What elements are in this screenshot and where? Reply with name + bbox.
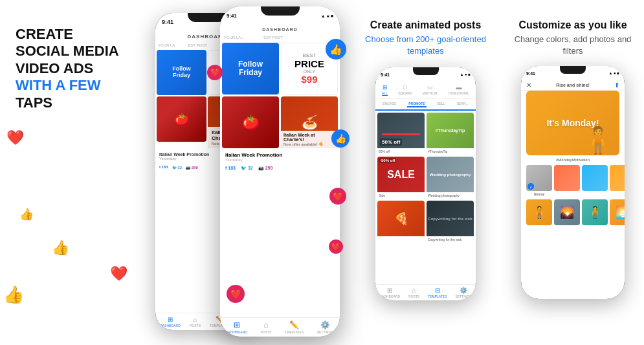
heart-icon: ❤️ xyxy=(6,129,24,146)
right-heading: Customize as you like xyxy=(518,19,627,31)
front-bottom-nav: ⊞ DASHBOARD ⌂ POSTS ✏️ TEMPLATES ⚙️ SETT… xyxy=(220,317,340,337)
front-social-stats: f 183 🐦 32 📷 259 xyxy=(220,164,340,173)
cat-sell[interactable]: SELL xyxy=(436,101,446,107)
front-post-grid: FollowFriday BEST PRICE ONLY $99 🍅 🍝 Ita… xyxy=(220,41,340,150)
heart-icon-bottom: ❤️ xyxy=(110,265,128,282)
template-categories: ENGAGE PROMOTE SELL SEAR... xyxy=(375,99,476,111)
tab-square[interactable]: □ SQUARE xyxy=(398,84,412,96)
mid-status-bar: 9:41 ▲ ● ■ xyxy=(375,67,476,82)
phone-middle-screen: 9:41 ▲ ● ■ ⊞ ALL □ SQUARE ▭ VERTICAL xyxy=(375,67,476,300)
hero-silhouette: 🧍 xyxy=(582,125,614,155)
notch-front xyxy=(261,6,300,16)
template-grid: 50% off 50% off #ThursdayTip #ThursdayTi… xyxy=(375,111,476,245)
thumbs-up-float-2: 👍 xyxy=(331,129,350,148)
front-pasta: 🍝 Italian Week at Charlie's! Now offer a… xyxy=(281,96,338,148)
phone-right-screen: 9:41 ▲ ● ■ ✕ Rise and shine! ⬆ 🧍 It's Mo… xyxy=(521,66,625,299)
headline: CREATE SOCIAL MEDIA VIDEO ADS WITH A FEW… xyxy=(16,26,136,111)
template-food[interactable]: 🍕 xyxy=(377,201,425,243)
mid-nav-posts[interactable]: ⌂ POSTS xyxy=(408,287,419,298)
photo-3[interactable]: 🧍 xyxy=(582,199,608,225)
nav-posts[interactable]: ⌂ POSTS xyxy=(190,316,201,328)
photo-2[interactable]: 🌄 xyxy=(554,199,580,225)
cat-search[interactable]: SEAR... xyxy=(456,101,470,107)
template-wedding[interactable]: Wedding photography Wedding photography xyxy=(427,157,474,199)
mid-nav-settings[interactable]: ⚙️ SETTINGS xyxy=(455,287,471,298)
filter-warm[interactable] xyxy=(610,165,625,191)
right-section: Customize as you like Change colors, add… xyxy=(502,0,644,345)
heart-float-1: ❤️ xyxy=(329,188,346,205)
status-bar-front: 9:41 ▲ ● ■ xyxy=(220,6,340,25)
filter-row-2: 🧍 🌄 🧍 🌅 xyxy=(521,198,625,227)
template-discount[interactable]: 50% off 50% off xyxy=(377,113,425,155)
mid-nav-templates[interactable]: ⊟ TEMPLATES xyxy=(428,287,447,298)
close-icon[interactable]: ✕ xyxy=(526,82,531,89)
mid-nav-dashboard[interactable]: ⊞ DASHBOARD xyxy=(379,287,400,298)
filter-cool[interactable] xyxy=(582,165,608,191)
front-dashboard-header: DASHBOARD xyxy=(220,25,340,34)
heart-float-2: ❤️ xyxy=(329,239,343,254)
right-subheading: Change colors, add photos and filters xyxy=(508,34,638,57)
filter-sunset[interactable] xyxy=(554,165,580,191)
tab-all[interactable]: ⊞ ALL xyxy=(382,84,388,96)
cat-promote[interactable]: PROMOTE xyxy=(407,101,426,107)
heart-float-left: ❤️ xyxy=(207,65,223,80)
front-post-info: Italian Week Promotion Yesterday xyxy=(220,150,340,164)
front-nav-dashboard[interactable]: ⊞ DASHBOARD xyxy=(227,320,247,334)
tomatoes-card: 🍅 xyxy=(157,96,206,142)
tab-horizontal[interactable]: ▬ HORIZONTAL xyxy=(449,84,469,96)
left-section: CREATE SOCIAL MEDIA VIDEO ADS WITH A FEW… xyxy=(0,0,149,345)
thumbs-up-icon: 👍 xyxy=(19,207,34,221)
filter-normal[interactable]: ✓ xyxy=(526,165,552,191)
share-icon[interactable]: ⬆ xyxy=(614,82,619,89)
template-thursday[interactable]: #ThursdayTip #ThursdayTip xyxy=(427,113,474,155)
right-notch xyxy=(560,66,586,74)
right-header-controls: ✕ Rise and shine! ⬆ xyxy=(521,80,625,91)
dashboard-icon: ⊞ xyxy=(168,316,173,323)
front-follow-friday: FollowFriday xyxy=(222,43,279,95)
middle-heading: Create animated posts xyxy=(370,19,482,31)
nav-dashboard[interactable]: ⊞ DASHBOARD xyxy=(160,316,181,328)
right-status-bar: 9:41 ▲ ● ■ xyxy=(521,66,625,80)
photo-1[interactable]: 🧍 xyxy=(526,199,552,225)
front-tomatoes: 🍅 xyxy=(222,96,279,148)
template-sale[interactable]: SALE -50% off Sale xyxy=(377,157,425,199)
thumbs-up-icon-large: 👍 xyxy=(52,239,69,256)
front-nav-posts[interactable]: ⌂ POSTS xyxy=(260,320,271,334)
filter-row: ✓ Normal xyxy=(521,163,625,198)
template-copywriting[interactable]: Copywriting for the web Copywriting for … xyxy=(427,201,474,243)
cat-engage[interactable]: ENGAGE xyxy=(381,101,397,107)
middle-subheading: Choose from 200+ goal-oriented templates xyxy=(356,34,495,57)
hero-card: 🧍 It's Monday! xyxy=(526,91,619,155)
mid-bottom-nav: ⊞ DASHBOARD ⌂ POSTS ⊟ TEMPLATES ⚙️ SETTI… xyxy=(375,284,476,300)
mid-notch xyxy=(413,67,439,75)
template-tabs: ⊞ ALL □ SQUARE ▭ VERTICAL ▬ HORIZONTAL xyxy=(375,82,476,99)
phone-middle: 9:41 ▲ ● ■ ⊞ ALL □ SQUARE ▭ VERTICAL xyxy=(375,67,476,300)
posts-icon: ⌂ xyxy=(193,316,197,323)
tab-vertical[interactable]: ▭ VERTICAL xyxy=(422,84,438,96)
thumbs-up-float-1: 👍 xyxy=(326,39,346,60)
thumbs-up-icon-bottom-left: 👍 xyxy=(3,285,24,305)
follow-friday-card: FollowFriday xyxy=(157,50,206,95)
heart-float-3: ❤️ xyxy=(227,285,245,303)
photo-4[interactable]: 🌅 xyxy=(610,199,625,225)
phone-right: 9:41 ▲ ● ■ ✕ Rise and shine! ⬆ 🧍 It's Mo… xyxy=(521,66,625,299)
front-nav-templates[interactable]: ✏️ TEMPLATES xyxy=(285,320,304,334)
hashtag-label: #MondayMotivation xyxy=(521,155,625,163)
middle-section: Create animated posts Choose from 200+ g… xyxy=(350,0,502,345)
front-nav-settings[interactable]: ⚙️ SETTINGS xyxy=(317,320,333,334)
phones-section: 9:41 ▲ ● ■ DASHBOARD YOUR LA EST POST Fo… xyxy=(149,0,350,345)
